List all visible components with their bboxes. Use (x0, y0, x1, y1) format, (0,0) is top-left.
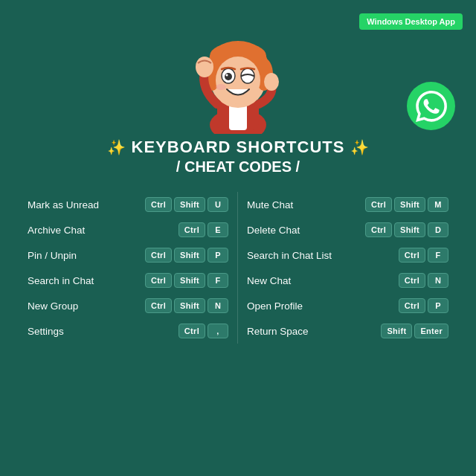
keyboard-key: D (428, 222, 448, 237)
svg-point-16 (264, 73, 279, 91)
shortcut-label: New Group (28, 300, 141, 312)
keyboard-key: Ctrl (178, 222, 205, 237)
key-combo: CtrlN (399, 273, 448, 288)
key-combo: CtrlShiftP (145, 248, 228, 263)
shortcut-label: New Chat (247, 275, 394, 286)
svg-point-13 (226, 74, 228, 77)
keyboard-key: Shift (174, 248, 205, 263)
keyboard-key: Shift (394, 197, 425, 212)
whatsapp-logo (416, 91, 447, 122)
keyboard-key: Ctrl (399, 273, 425, 288)
shortcut-row: Return SpaceShiftEnter (238, 318, 457, 344)
keyboard-key: Shift (174, 197, 205, 212)
shortcut-row: Archive ChatCtrlE (19, 217, 237, 242)
shortcut-label: Delete Chat (247, 225, 361, 236)
keyboard-key: Ctrl (178, 324, 205, 338)
keyboard-key: E (208, 222, 228, 237)
sparkle-right: ✨ (350, 138, 369, 156)
key-combo: CtrlShiftN (145, 298, 228, 313)
keyboard-key: Shift (394, 222, 425, 237)
key-combo: CtrlShiftD (365, 222, 448, 237)
shortcut-label: Search in Chat (28, 275, 141, 286)
keyboard-key: Ctrl (399, 248, 425, 263)
subtitle: / CHEAT CODES / (107, 158, 370, 176)
keyboard-key: F (428, 248, 448, 263)
keyboard-key: N (208, 298, 228, 313)
keyboard-key: P (428, 298, 448, 313)
keyboard-key: P (208, 248, 228, 263)
shortcut-label: Archive Chat (28, 225, 174, 236)
whatsapp-icon (407, 82, 455, 130)
shortcut-row: New ChatCtrlN (238, 268, 457, 293)
key-combo: CtrlF (399, 248, 448, 263)
shortcut-row: Delete ChatCtrlShiftD (238, 217, 457, 242)
keyboard-key: U (208, 197, 228, 212)
keyboard-key: Ctrl (145, 273, 172, 288)
shortcut-row: Search in ChatCtrlShiftF (19, 268, 237, 293)
shortcut-label: Mark as Unread (28, 199, 141, 210)
shortcut-label: Return Space (247, 326, 376, 337)
key-combo: Ctrl, (178, 324, 228, 338)
keyboard-key: Ctrl (365, 197, 392, 212)
keyboard-key: Ctrl (145, 197, 172, 212)
key-combo: CtrlP (399, 298, 448, 313)
shortcuts-right-column: Mute ChatCtrlShiftMDelete ChatCtrlShiftD… (238, 192, 457, 344)
shortcut-label: Settings (28, 326, 174, 337)
shortcut-label: Search in Chat List (247, 250, 394, 261)
keyboard-key: Ctrl (145, 298, 172, 313)
shortcut-label: Pin / Unpin (28, 250, 141, 261)
keyboard-key: Ctrl (145, 248, 172, 263)
shortcuts-grid: Mark as UnreadCtrlShiftUArchive ChatCtrl… (19, 192, 457, 344)
title-section: ✨ KEYBOARD SHORTCUTS ✨ / CHEAT CODES / (107, 138, 370, 176)
keyboard-key: F (208, 273, 228, 288)
shortcut-label: Mute Chat (247, 199, 361, 210)
shortcut-row: Mute ChatCtrlShiftM (238, 192, 457, 217)
svg-rect-2 (229, 104, 247, 130)
windows-badge: Windows Desktop App (359, 13, 463, 30)
shortcut-row: SettingsCtrl, (19, 318, 237, 344)
shortcuts-left-column: Mark as UnreadCtrlShiftUArchive ChatCtrl… (19, 192, 238, 344)
character-illustration (178, 15, 298, 134)
svg-point-14 (216, 84, 226, 90)
shortcut-label: Open Profile (247, 300, 394, 312)
keyboard-key: Enter (414, 324, 448, 338)
shortcut-row: Open ProfileCtrlP (238, 293, 457, 318)
keyboard-key: Shift (381, 324, 412, 338)
key-combo: CtrlE (178, 222, 228, 237)
keyboard-key: Ctrl (365, 222, 392, 237)
key-combo: ShiftEnter (381, 324, 448, 338)
keyboard-key: Shift (174, 298, 205, 313)
keyboard-key: Shift (174, 273, 205, 288)
key-combo: CtrlShiftF (145, 273, 228, 288)
shortcut-row: New GroupCtrlShiftN (19, 293, 237, 318)
shortcut-row: Mark as UnreadCtrlShiftU (19, 192, 237, 217)
shortcut-row: Search in Chat ListCtrlF (238, 242, 457, 268)
keyboard-key: M (428, 197, 448, 212)
keyboard-key: , (208, 324, 228, 338)
key-combo: CtrlShiftM (365, 197, 448, 212)
shortcut-row: Pin / UnpinCtrlShiftP (19, 242, 237, 268)
main-title: KEYBOARD SHORTCUTS (132, 138, 345, 157)
sparkle-left: ✨ (107, 138, 126, 156)
main-container: Windows Desktop App (7, 7, 469, 469)
keyboard-key: Ctrl (399, 298, 425, 313)
svg-point-15 (196, 57, 213, 77)
keyboard-key: N (428, 273, 448, 288)
svg-point-12 (225, 73, 232, 80)
key-combo: CtrlShiftU (145, 197, 228, 212)
